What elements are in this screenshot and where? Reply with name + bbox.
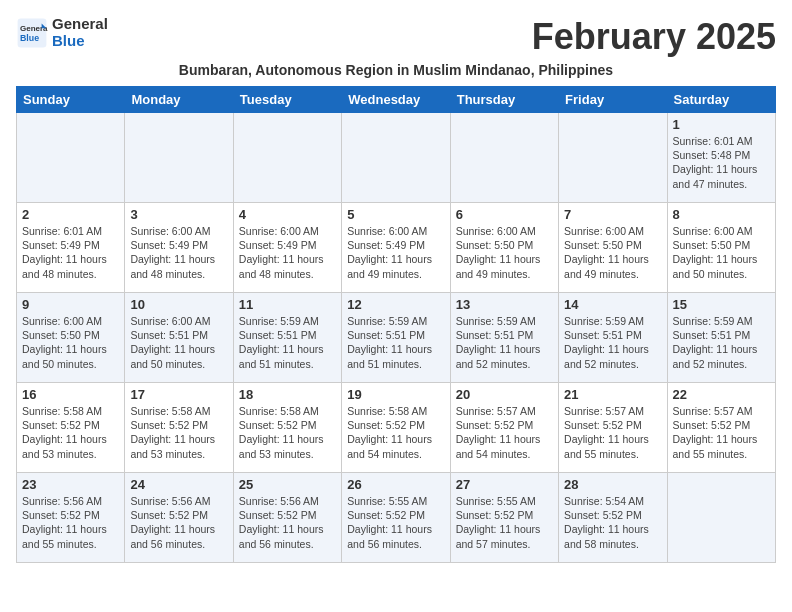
calendar-table: SundayMondayTuesdayWednesdayThursdayFrid…	[16, 86, 776, 563]
subtitle: Bumbaran, Autonomous Region in Muslim Mi…	[16, 62, 776, 78]
day-number: 18	[239, 387, 336, 402]
day-content: Sunrise: 5:54 AM Sunset: 5:52 PM Dayligh…	[564, 494, 661, 551]
day-number: 9	[22, 297, 119, 312]
day-content: Sunrise: 5:59 AM Sunset: 5:51 PM Dayligh…	[673, 314, 770, 371]
calendar-cell: 4Sunrise: 6:00 AM Sunset: 5:49 PM Daylig…	[233, 203, 341, 293]
calendar-cell: 21Sunrise: 5:57 AM Sunset: 5:52 PM Dayli…	[559, 383, 667, 473]
week-row-4: 16Sunrise: 5:58 AM Sunset: 5:52 PM Dayli…	[17, 383, 776, 473]
calendar-cell: 1Sunrise: 6:01 AM Sunset: 5:48 PM Daylig…	[667, 113, 775, 203]
day-content: Sunrise: 6:00 AM Sunset: 5:49 PM Dayligh…	[239, 224, 336, 281]
logo-text: General Blue	[52, 16, 108, 49]
day-number: 27	[456, 477, 553, 492]
day-header-friday: Friday	[559, 87, 667, 113]
day-number: 7	[564, 207, 661, 222]
calendar-cell: 22Sunrise: 5:57 AM Sunset: 5:52 PM Dayli…	[667, 383, 775, 473]
calendar-cell: 26Sunrise: 5:55 AM Sunset: 5:52 PM Dayli…	[342, 473, 450, 563]
day-content: Sunrise: 6:00 AM Sunset: 5:50 PM Dayligh…	[22, 314, 119, 371]
day-content: Sunrise: 6:00 AM Sunset: 5:49 PM Dayligh…	[347, 224, 444, 281]
calendar-cell: 28Sunrise: 5:54 AM Sunset: 5:52 PM Dayli…	[559, 473, 667, 563]
day-header-sunday: Sunday	[17, 87, 125, 113]
day-number: 14	[564, 297, 661, 312]
calendar-cell: 23Sunrise: 5:56 AM Sunset: 5:52 PM Dayli…	[17, 473, 125, 563]
day-header-monday: Monday	[125, 87, 233, 113]
day-content: Sunrise: 5:58 AM Sunset: 5:52 PM Dayligh…	[239, 404, 336, 461]
calendar-cell: 3Sunrise: 6:00 AM Sunset: 5:49 PM Daylig…	[125, 203, 233, 293]
day-content: Sunrise: 5:59 AM Sunset: 5:51 PM Dayligh…	[564, 314, 661, 371]
calendar-cell	[667, 473, 775, 563]
day-number: 2	[22, 207, 119, 222]
day-content: Sunrise: 5:57 AM Sunset: 5:52 PM Dayligh…	[564, 404, 661, 461]
day-header-thursday: Thursday	[450, 87, 558, 113]
calendar-cell: 14Sunrise: 5:59 AM Sunset: 5:51 PM Dayli…	[559, 293, 667, 383]
calendar-cell: 13Sunrise: 5:59 AM Sunset: 5:51 PM Dayli…	[450, 293, 558, 383]
calendar-cell: 19Sunrise: 5:58 AM Sunset: 5:52 PM Dayli…	[342, 383, 450, 473]
calendar-cell	[125, 113, 233, 203]
calendar-cell: 8Sunrise: 6:00 AM Sunset: 5:50 PM Daylig…	[667, 203, 775, 293]
day-number: 25	[239, 477, 336, 492]
day-content: Sunrise: 6:00 AM Sunset: 5:49 PM Dayligh…	[130, 224, 227, 281]
day-number: 28	[564, 477, 661, 492]
day-content: Sunrise: 5:57 AM Sunset: 5:52 PM Dayligh…	[673, 404, 770, 461]
day-number: 16	[22, 387, 119, 402]
day-number: 3	[130, 207, 227, 222]
day-content: Sunrise: 5:59 AM Sunset: 5:51 PM Dayligh…	[239, 314, 336, 371]
calendar-cell: 10Sunrise: 6:00 AM Sunset: 5:51 PM Dayli…	[125, 293, 233, 383]
calendar-cell: 7Sunrise: 6:00 AM Sunset: 5:50 PM Daylig…	[559, 203, 667, 293]
day-content: Sunrise: 5:56 AM Sunset: 5:52 PM Dayligh…	[239, 494, 336, 551]
day-content: Sunrise: 5:59 AM Sunset: 5:51 PM Dayligh…	[347, 314, 444, 371]
day-content: Sunrise: 6:00 AM Sunset: 5:51 PM Dayligh…	[130, 314, 227, 371]
calendar-cell: 11Sunrise: 5:59 AM Sunset: 5:51 PM Dayli…	[233, 293, 341, 383]
day-content: Sunrise: 5:55 AM Sunset: 5:52 PM Dayligh…	[456, 494, 553, 551]
day-number: 8	[673, 207, 770, 222]
day-number: 22	[673, 387, 770, 402]
day-number: 4	[239, 207, 336, 222]
svg-text:Blue: Blue	[20, 33, 39, 43]
calendar-cell: 2Sunrise: 6:01 AM Sunset: 5:49 PM Daylig…	[17, 203, 125, 293]
day-number: 17	[130, 387, 227, 402]
day-content: Sunrise: 5:57 AM Sunset: 5:52 PM Dayligh…	[456, 404, 553, 461]
day-content: Sunrise: 6:01 AM Sunset: 5:49 PM Dayligh…	[22, 224, 119, 281]
day-content: Sunrise: 6:00 AM Sunset: 5:50 PM Dayligh…	[673, 224, 770, 281]
week-row-2: 2Sunrise: 6:01 AM Sunset: 5:49 PM Daylig…	[17, 203, 776, 293]
week-row-3: 9Sunrise: 6:00 AM Sunset: 5:50 PM Daylig…	[17, 293, 776, 383]
month-title: February 2025	[532, 16, 776, 58]
day-number: 12	[347, 297, 444, 312]
week-row-1: 1Sunrise: 6:01 AM Sunset: 5:48 PM Daylig…	[17, 113, 776, 203]
day-content: Sunrise: 6:00 AM Sunset: 5:50 PM Dayligh…	[456, 224, 553, 281]
calendar-cell	[17, 113, 125, 203]
day-number: 1	[673, 117, 770, 132]
logo-icon: General Blue	[16, 17, 48, 49]
calendar-cell: 16Sunrise: 5:58 AM Sunset: 5:52 PM Dayli…	[17, 383, 125, 473]
calendar-cell: 24Sunrise: 5:56 AM Sunset: 5:52 PM Dayli…	[125, 473, 233, 563]
day-number: 11	[239, 297, 336, 312]
day-number: 23	[22, 477, 119, 492]
calendar-cell	[450, 113, 558, 203]
day-content: Sunrise: 5:55 AM Sunset: 5:52 PM Dayligh…	[347, 494, 444, 551]
calendar-cell: 12Sunrise: 5:59 AM Sunset: 5:51 PM Dayli…	[342, 293, 450, 383]
week-row-5: 23Sunrise: 5:56 AM Sunset: 5:52 PM Dayli…	[17, 473, 776, 563]
calendar-cell: 15Sunrise: 5:59 AM Sunset: 5:51 PM Dayli…	[667, 293, 775, 383]
days-header-row: SundayMondayTuesdayWednesdayThursdayFrid…	[17, 87, 776, 113]
day-number: 20	[456, 387, 553, 402]
day-content: Sunrise: 5:56 AM Sunset: 5:52 PM Dayligh…	[22, 494, 119, 551]
day-number: 15	[673, 297, 770, 312]
header: General Blue General Blue February 2025	[16, 16, 776, 58]
day-content: Sunrise: 5:56 AM Sunset: 5:52 PM Dayligh…	[130, 494, 227, 551]
day-header-tuesday: Tuesday	[233, 87, 341, 113]
day-header-wednesday: Wednesday	[342, 87, 450, 113]
logo: General Blue General Blue	[16, 16, 108, 49]
calendar-cell	[233, 113, 341, 203]
calendar-cell: 5Sunrise: 6:00 AM Sunset: 5:49 PM Daylig…	[342, 203, 450, 293]
day-number: 21	[564, 387, 661, 402]
calendar-cell: 20Sunrise: 5:57 AM Sunset: 5:52 PM Dayli…	[450, 383, 558, 473]
day-content: Sunrise: 5:58 AM Sunset: 5:52 PM Dayligh…	[347, 404, 444, 461]
day-number: 24	[130, 477, 227, 492]
calendar-cell: 17Sunrise: 5:58 AM Sunset: 5:52 PM Dayli…	[125, 383, 233, 473]
day-header-saturday: Saturday	[667, 87, 775, 113]
day-content: Sunrise: 5:58 AM Sunset: 5:52 PM Dayligh…	[130, 404, 227, 461]
day-number: 19	[347, 387, 444, 402]
day-content: Sunrise: 5:58 AM Sunset: 5:52 PM Dayligh…	[22, 404, 119, 461]
day-number: 6	[456, 207, 553, 222]
calendar-cell: 18Sunrise: 5:58 AM Sunset: 5:52 PM Dayli…	[233, 383, 341, 473]
day-number: 5	[347, 207, 444, 222]
